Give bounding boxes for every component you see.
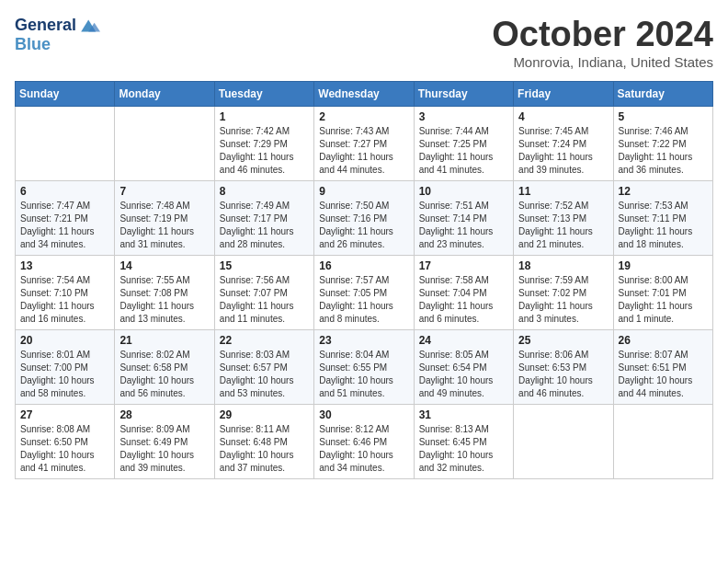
- day-number: 5: [619, 110, 708, 123]
- day-number: 8: [220, 185, 309, 198]
- day-number: 3: [419, 110, 508, 123]
- day-info: Sunrise: 8:08 AM Sunset: 6:50 PM Dayligh…: [20, 423, 109, 475]
- logo-icon: [78, 15, 100, 37]
- day-info: Sunrise: 7:48 AM Sunset: 7:19 PM Dayligh…: [119, 200, 209, 251]
- day-info: Sunrise: 7:45 AM Sunset: 7:24 PM Dayligh…: [518, 125, 608, 177]
- day-number: 4: [518, 110, 608, 123]
- day-number: 1: [220, 110, 309, 123]
- day-info: Sunrise: 7:47 AM Sunset: 7:21 PM Dayligh…: [20, 200, 109, 251]
- day-number: 29: [220, 408, 309, 421]
- day-number: 27: [20, 408, 109, 421]
- calendar-cell: 25Sunrise: 8:06 AM Sunset: 6:53 PM Dayli…: [514, 330, 613, 405]
- week-row-1: 1Sunrise: 7:42 AM Sunset: 7:29 PM Daylig…: [16, 107, 713, 181]
- column-header-wednesday: Wednesday: [314, 82, 414, 107]
- day-info: Sunrise: 8:12 AM Sunset: 6:46 PM Dayligh…: [319, 423, 408, 475]
- calendar-cell: 17Sunrise: 7:58 AM Sunset: 7:04 PM Dayli…: [414, 256, 513, 330]
- logo-blue: Blue: [15, 35, 100, 54]
- day-info: Sunrise: 7:50 AM Sunset: 7:16 PM Dayligh…: [319, 200, 408, 251]
- column-header-tuesday: Tuesday: [214, 82, 313, 107]
- title-block: October 2024 Monrovia, Indiana, United S…: [492, 15, 713, 70]
- column-header-saturday: Saturday: [613, 82, 712, 107]
- calendar-cell: 11Sunrise: 7:52 AM Sunset: 7:13 PM Dayli…: [514, 181, 613, 256]
- calendar-cell: 27Sunrise: 8:08 AM Sunset: 6:50 PM Dayli…: [16, 405, 115, 479]
- column-header-sunday: Sunday: [16, 82, 115, 107]
- day-number: 24: [419, 334, 508, 347]
- day-info: Sunrise: 7:44 AM Sunset: 7:25 PM Dayligh…: [419, 125, 508, 177]
- day-info: Sunrise: 7:59 AM Sunset: 7:02 PM Dayligh…: [518, 274, 608, 326]
- day-number: 2: [319, 110, 408, 123]
- day-info: Sunrise: 7:56 AM Sunset: 7:07 PM Dayligh…: [220, 274, 309, 326]
- calendar-cell: [16, 107, 115, 181]
- day-number: 23: [319, 334, 408, 347]
- calendar-cell: 7Sunrise: 7:48 AM Sunset: 7:19 PM Daylig…: [115, 181, 214, 256]
- day-number: 14: [119, 259, 209, 272]
- day-info: Sunrise: 8:06 AM Sunset: 6:53 PM Dayligh…: [518, 349, 608, 400]
- calendar-cell: 18Sunrise: 7:59 AM Sunset: 7:02 PM Dayli…: [514, 256, 613, 330]
- day-number: 6: [20, 185, 109, 198]
- day-number: 9: [319, 185, 408, 198]
- day-info: Sunrise: 8:03 AM Sunset: 6:57 PM Dayligh…: [220, 349, 309, 400]
- calendar-cell: 8Sunrise: 7:49 AM Sunset: 7:17 PM Daylig…: [214, 181, 313, 256]
- location-subtitle: Monrovia, Indiana, United States: [492, 54, 713, 70]
- calendar-cell: [613, 405, 712, 479]
- calendar-cell: 28Sunrise: 8:09 AM Sunset: 6:49 PM Dayli…: [115, 405, 214, 479]
- day-info: Sunrise: 8:13 AM Sunset: 6:45 PM Dayligh…: [419, 423, 508, 475]
- week-row-4: 20Sunrise: 8:01 AM Sunset: 7:00 PM Dayli…: [16, 330, 713, 405]
- calendar-cell: [115, 107, 214, 181]
- calendar-cell: 20Sunrise: 8:01 AM Sunset: 7:00 PM Dayli…: [16, 330, 115, 405]
- day-number: 21: [119, 334, 209, 347]
- day-info: Sunrise: 7:43 AM Sunset: 7:27 PM Dayligh…: [319, 125, 408, 177]
- day-number: 19: [619, 259, 708, 272]
- day-info: Sunrise: 7:54 AM Sunset: 7:10 PM Dayligh…: [20, 274, 109, 326]
- day-number: 16: [319, 259, 408, 272]
- day-info: Sunrise: 7:58 AM Sunset: 7:04 PM Dayligh…: [419, 274, 508, 326]
- calendar-cell: 4Sunrise: 7:45 AM Sunset: 7:24 PM Daylig…: [514, 107, 613, 181]
- calendar-cell: 21Sunrise: 8:02 AM Sunset: 6:58 PM Dayli…: [115, 330, 214, 405]
- week-row-5: 27Sunrise: 8:08 AM Sunset: 6:50 PM Dayli…: [16, 405, 713, 479]
- calendar-header-row: SundayMondayTuesdayWednesdayThursdayFrid…: [16, 82, 713, 107]
- day-info: Sunrise: 7:49 AM Sunset: 7:17 PM Dayligh…: [220, 200, 309, 251]
- day-info: Sunrise: 8:07 AM Sunset: 6:51 PM Dayligh…: [619, 349, 708, 400]
- day-info: Sunrise: 7:42 AM Sunset: 7:29 PM Dayligh…: [220, 125, 309, 177]
- day-info: Sunrise: 7:46 AM Sunset: 7:22 PM Dayligh…: [619, 125, 708, 177]
- day-number: 7: [119, 185, 209, 198]
- calendar-cell: 2Sunrise: 7:43 AM Sunset: 7:27 PM Daylig…: [314, 107, 414, 181]
- calendar-cell: 19Sunrise: 8:00 AM Sunset: 7:01 PM Dayli…: [613, 256, 712, 330]
- day-number: 12: [619, 185, 708, 198]
- day-info: Sunrise: 8:00 AM Sunset: 7:01 PM Dayligh…: [619, 274, 708, 326]
- month-title: October 2024: [492, 15, 713, 54]
- calendar-cell: 5Sunrise: 7:46 AM Sunset: 7:22 PM Daylig…: [613, 107, 712, 181]
- day-info: Sunrise: 7:51 AM Sunset: 7:14 PM Dayligh…: [419, 200, 508, 251]
- column-header-friday: Friday: [514, 82, 613, 107]
- calendar-cell: 24Sunrise: 8:05 AM Sunset: 6:54 PM Dayli…: [414, 330, 513, 405]
- day-number: 31: [419, 408, 508, 421]
- day-info: Sunrise: 7:55 AM Sunset: 7:08 PM Dayligh…: [119, 274, 209, 326]
- day-number: 13: [20, 259, 109, 272]
- calendar-cell: 3Sunrise: 7:44 AM Sunset: 7:25 PM Daylig…: [414, 107, 513, 181]
- day-number: 20: [20, 334, 109, 347]
- calendar-cell: 10Sunrise: 7:51 AM Sunset: 7:14 PM Dayli…: [414, 181, 513, 256]
- calendar-cell: 9Sunrise: 7:50 AM Sunset: 7:16 PM Daylig…: [314, 181, 414, 256]
- calendar-cell: [514, 405, 613, 479]
- calendar-cell: 6Sunrise: 7:47 AM Sunset: 7:21 PM Daylig…: [16, 181, 115, 256]
- day-info: Sunrise: 7:52 AM Sunset: 7:13 PM Dayligh…: [518, 200, 608, 251]
- day-number: 25: [518, 334, 608, 347]
- calendar-cell: 13Sunrise: 7:54 AM Sunset: 7:10 PM Dayli…: [16, 256, 115, 330]
- day-number: 18: [518, 259, 608, 272]
- day-number: 15: [220, 259, 309, 272]
- column-header-monday: Monday: [115, 82, 214, 107]
- day-info: Sunrise: 8:04 AM Sunset: 6:55 PM Dayligh…: [319, 349, 408, 400]
- calendar-cell: 16Sunrise: 7:57 AM Sunset: 7:05 PM Dayli…: [314, 256, 414, 330]
- week-row-3: 13Sunrise: 7:54 AM Sunset: 7:10 PM Dayli…: [16, 256, 713, 330]
- calendar-cell: 12Sunrise: 7:53 AM Sunset: 7:11 PM Dayli…: [613, 181, 712, 256]
- day-number: 10: [419, 185, 508, 198]
- day-info: Sunrise: 8:02 AM Sunset: 6:58 PM Dayligh…: [119, 349, 209, 400]
- day-info: Sunrise: 8:01 AM Sunset: 7:00 PM Dayligh…: [20, 349, 109, 400]
- day-info: Sunrise: 8:05 AM Sunset: 6:54 PM Dayligh…: [419, 349, 508, 400]
- day-info: Sunrise: 8:11 AM Sunset: 6:48 PM Dayligh…: [220, 423, 309, 475]
- week-row-2: 6Sunrise: 7:47 AM Sunset: 7:21 PM Daylig…: [16, 181, 713, 256]
- day-info: Sunrise: 8:09 AM Sunset: 6:49 PM Dayligh…: [119, 423, 209, 475]
- day-number: 22: [220, 334, 309, 347]
- calendar-table: SundayMondayTuesdayWednesdayThursdayFrid…: [15, 81, 713, 479]
- day-number: 30: [319, 408, 408, 421]
